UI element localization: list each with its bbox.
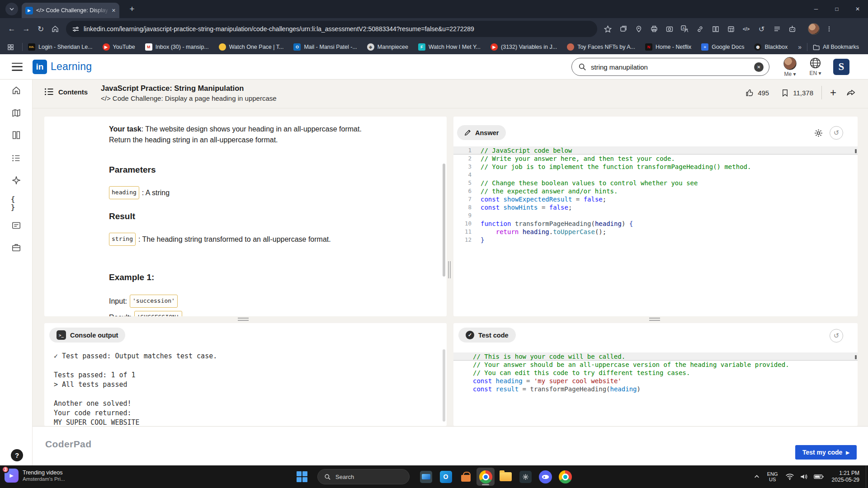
sidebar-item-ai[interactable] — [11, 175, 22, 186]
bookmark-icon[interactable] — [781, 89, 789, 97]
reset-answer-button[interactable]: ↺ — [830, 126, 843, 140]
console-tab[interactable]: >_ Console output — [49, 328, 125, 343]
taskbar-store-app[interactable] — [457, 468, 475, 486]
taskbar-search[interactable]: Search — [317, 469, 410, 484]
bookmark-item[interactable]: Watch One Pace | T... — [219, 43, 284, 51]
forward-button[interactable]: → — [19, 22, 33, 36]
task-scrollbar[interactable] — [443, 164, 445, 277]
code-line[interactable]: 6// the expected answer and/or hints. — [453, 187, 858, 195]
reading-list-icon[interactable] — [709, 23, 722, 35]
printer-icon[interactable] — [648, 23, 660, 35]
url-bar[interactable]: linkedin.com/learning/javascript-practic… — [66, 21, 597, 37]
code-line[interactable]: 11 return heading.toUpperCase(); — [453, 228, 858, 236]
test-code-editor[interactable]: // This is how your code will be called.… — [453, 352, 858, 393]
bookmark-item[interactable]: D2LLogin - Sheridan Le... — [28, 43, 93, 51]
code-line[interactable]: 9 — [453, 211, 858, 220]
tab-close-icon[interactable]: ✕ — [112, 8, 116, 14]
back-button[interactable]: ← — [5, 22, 19, 36]
help-button[interactable]: ? — [11, 449, 23, 461]
hamburger-menu-icon[interactable] — [12, 63, 23, 71]
sidebar-item-explore[interactable] — [11, 108, 22, 118]
vertical-splitter[interactable] — [448, 261, 451, 278]
console-scrollbar[interactable] — [443, 349, 445, 422]
add-button[interactable]: + — [830, 86, 836, 99]
sidebar-list-icon[interactable] — [771, 23, 783, 35]
sidebar-item-certificates[interactable] — [11, 220, 22, 231]
widgets-button[interactable]: ▶ 3 Trending videos Amsterdam's Pri... — [5, 469, 65, 483]
taskbar-chrome-app[interactable] — [476, 468, 495, 486]
taskbar-discord-app[interactable] — [536, 468, 554, 486]
tray-chevron-icon[interactable] — [754, 474, 760, 480]
home-button[interactable] — [48, 22, 62, 36]
share-icon[interactable] — [846, 88, 856, 98]
school-app-badge[interactable]: S — [833, 59, 849, 75]
code-line[interactable]: // You can edit this code to try differe… — [453, 369, 858, 377]
code-extension-icon[interactable]: </> — [740, 23, 752, 35]
bookmark-item[interactable]: ◍Blackbox — [754, 43, 788, 51]
bookmark-star-icon[interactable] — [602, 23, 614, 35]
me-menu[interactable]: Me ▾ — [783, 57, 797, 77]
all-bookmarks-button[interactable]: All Bookmarks — [813, 44, 859, 51]
taskbar-browser-profile-app[interactable] — [556, 468, 574, 486]
code-line[interactable]: 3// Your job is to implement the functio… — [453, 163, 858, 171]
search-input[interactable] — [591, 63, 754, 71]
answer-code-editor[interactable]: 1// JavaScript code below2// Write your … — [453, 146, 858, 244]
bookmark-item[interactable]: MInbox (30) - mansip... — [145, 43, 209, 51]
new-tab-button[interactable]: + — [126, 3, 138, 15]
sidebar-item-home[interactable] — [11, 85, 22, 96]
start-button[interactable] — [297, 471, 308, 483]
wifi-icon[interactable] — [785, 473, 794, 480]
bookmark-item[interactable]: ≡Google Docs — [701, 43, 744, 51]
test-code-tab[interactable]: ✓ Test code — [458, 328, 516, 343]
like-icon[interactable] — [745, 88, 754, 97]
contents-button[interactable]: Contents — [44, 88, 88, 96]
code-line[interactable]: 8const showHints = false; — [453, 203, 858, 211]
language-menu[interactable]: EN ▾ — [809, 57, 821, 76]
search-bar[interactable]: ✕ — [571, 58, 769, 76]
bookmark-item[interactable]: ◈Mannpiecee — [367, 43, 408, 51]
volume-icon[interactable] — [800, 473, 808, 480]
browser-profile-avatar[interactable] — [808, 23, 820, 35]
code-line[interactable]: 2// Write your answer here, and then tes… — [453, 155, 858, 163]
reload-button[interactable]: ↻ — [33, 22, 48, 36]
clear-search-icon[interactable]: ✕ — [754, 62, 764, 72]
bookmark-item[interactable]: ▶YouTube — [103, 43, 135, 51]
apps-grid-icon[interactable] — [5, 41, 17, 53]
maximize-button[interactable]: □ — [826, 0, 847, 18]
code-line[interactable]: 1// JavaScript code below — [453, 146, 858, 155]
screenshot-icon[interactable] — [663, 23, 675, 35]
site-settings-icon[interactable] — [72, 26, 79, 33]
location-pin-icon[interactable] — [632, 23, 645, 35]
minimize-button[interactable]: ─ — [806, 0, 826, 18]
tab-search-button[interactable] — [5, 3, 18, 15]
sidebar-item-library[interactable] — [11, 130, 22, 141]
input-language-indicator[interactable]: ENGUS — [767, 471, 778, 483]
taskbar-photos-app[interactable] — [417, 468, 435, 486]
bookmark-item[interactable]: ▶(3132) Variables in J... — [491, 43, 557, 51]
tab-collections-icon[interactable] — [617, 23, 629, 35]
code-line[interactable]: 5// Change these boolean values to contr… — [453, 179, 858, 187]
test-my-code-button[interactable]: Test my code ▶ — [795, 445, 857, 460]
bookmarks-overflow-icon[interactable]: » — [798, 43, 802, 51]
code-line[interactable]: // This is how your code will be called. — [453, 352, 858, 361]
code-line[interactable]: 12} — [453, 236, 858, 244]
extension-bot-icon[interactable] — [786, 23, 798, 35]
bookmark-item[interactable]: Toy Faces NFTs by A... — [567, 43, 635, 51]
link-icon[interactable] — [694, 23, 706, 35]
answer-tab[interactable]: Answer — [457, 125, 506, 140]
horizontal-splitter-left[interactable] — [238, 318, 249, 321]
clock[interactable]: 1:21 PM 2025-05-29 — [832, 470, 859, 484]
code-line[interactable]: 10function transformPageHeading(heading)… — [453, 220, 858, 228]
code-line[interactable]: 4 — [453, 171, 858, 179]
bookmark-item[interactable]: OMail - Mansi Patel -... — [293, 43, 357, 51]
show-desktop-button[interactable] — [866, 465, 868, 488]
browser-tab[interactable]: ▶ </> Code Challenge: Display a ✕ — [22, 3, 119, 18]
bookmark-item[interactable]: FWatch How I Met Y... — [418, 43, 481, 51]
horizontal-splitter-right[interactable] — [649, 318, 660, 321]
close-button[interactable]: ✕ — [847, 0, 868, 18]
sidebar-item-code-challenges[interactable]: { } — [11, 198, 22, 209]
taskbar-file-explorer[interactable] — [496, 468, 514, 486]
sidebar-item-jobs[interactable] — [11, 242, 22, 253]
code-line[interactable]: const result = transformPageHeading(head… — [453, 385, 858, 393]
code-line[interactable]: const heading = 'my super cool website' — [453, 377, 858, 385]
